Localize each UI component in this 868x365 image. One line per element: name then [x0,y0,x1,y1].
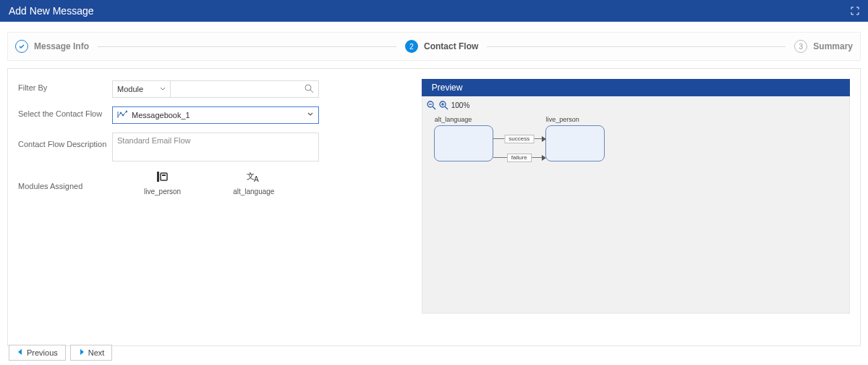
step-message-info[interactable]: Message Info [15,40,89,53]
module-label: live_person [144,188,181,196]
edge-label: success [504,135,534,143]
search-icon[interactable] [305,84,314,96]
modules-label: Modules Assigned [18,170,112,190]
module-label: alt_language [233,188,274,196]
arrow-icon [542,136,546,142]
row-select-flow: Select the Contact Flow Messagebook_1 [18,106,414,124]
preview-canvas-wrap: 100% alt_language live_person success fa… [422,96,850,314]
svg-marker-18 [18,349,22,355]
edge-success: success [493,138,545,139]
svg-point-4 [122,114,124,116]
zoom-out-icon[interactable] [427,101,436,110]
step-connector [487,46,786,47]
edge-failure: failure [493,157,545,158]
preview-title: Preview [432,83,463,93]
svg-line-15 [445,106,448,109]
content-panel: Filter By Module [7,68,861,346]
svg-point-3 [120,112,122,114]
svg-text:A: A [254,175,259,183]
button-label: Previous [27,348,58,357]
svg-marker-19 [80,349,84,355]
description-label: Contact Flow Description [18,133,112,148]
step-number-icon: 2 [405,40,418,53]
svg-line-12 [433,106,435,109]
previous-button[interactable]: Previous [9,345,66,361]
dialog-title: Add New Message [9,5,94,17]
step-label: Summary [813,41,853,51]
flow-icon [117,110,127,120]
node-live-person[interactable]: live_person [545,125,605,161]
zoom-in-icon[interactable] [439,101,448,110]
step-contact-flow[interactable]: 2 Contact Flow [405,40,478,53]
svg-rect-7 [161,173,167,180]
filter-by-label: Filter By [18,80,112,92]
svg-line-1 [310,90,313,93]
arrow-left-icon [17,348,24,357]
translate-icon: 文 A [247,170,261,185]
description-value: Standard Email Flow [117,136,191,145]
expand-icon[interactable] [851,7,859,15]
node-label: live_person [546,116,579,123]
step-summary[interactable]: 3 Summary [794,40,853,53]
module-list: live_person 文 A alt_language [112,170,414,196]
form-column: Filter By Module [14,77,417,337]
arrow-right-icon [78,348,85,357]
dialog-header: Add New Message [0,0,868,22]
node-alt-language[interactable]: alt_language [434,125,493,161]
select-flow-label: Select the Contact Flow [18,106,112,118]
svg-point-0 [305,85,311,91]
next-button[interactable]: Next [70,345,113,361]
zoom-toolbar: 100% [427,101,470,110]
step-connector [98,46,396,47]
svg-point-5 [126,111,127,112]
module-live-person: live_person [144,170,181,196]
contact-flow-select[interactable]: Messagebook_1 [112,106,319,124]
row-modules: Modules Assigned live_person [18,170,414,196]
wizard-steps: Message Info 2 Contact Flow 3 Summary [7,32,861,61]
filter-input-group: Module [112,80,319,98]
check-icon [15,40,28,53]
node-label: alt_language [435,116,472,123]
button-label: Next [88,348,105,357]
filter-type-select[interactable]: Module [113,81,171,97]
preview-column: Preview 100% alt_language [417,77,854,337]
chevron-down-icon [160,85,166,93]
description-box: Standard Email Flow [112,133,319,161]
svg-rect-8 [162,175,166,176]
person-icon [156,170,170,185]
filter-search-input[interactable] [171,81,318,97]
svg-rect-6 [157,172,159,182]
step-number-icon: 3 [794,40,807,53]
filter-type-value: Module [117,85,143,93]
selected-flow-value: Messagebook_1 [132,111,190,119]
module-alt-language: 文 A alt_language [233,170,274,196]
preview-header: Preview [422,79,850,96]
step-label: Message Info [34,41,89,51]
edge-label: failure [507,154,532,162]
chevron-down-icon [307,110,314,120]
row-filter-by: Filter By Module [18,80,414,98]
step-label: Contact Flow [424,41,478,51]
row-description: Contact Flow Description Standard Email … [18,133,414,161]
zoom-value: 100% [451,101,470,109]
footer-actions: Previous Next [9,345,112,361]
flow-canvas[interactable]: alt_language live_person success failure [430,117,842,306]
arrow-icon [542,155,546,161]
